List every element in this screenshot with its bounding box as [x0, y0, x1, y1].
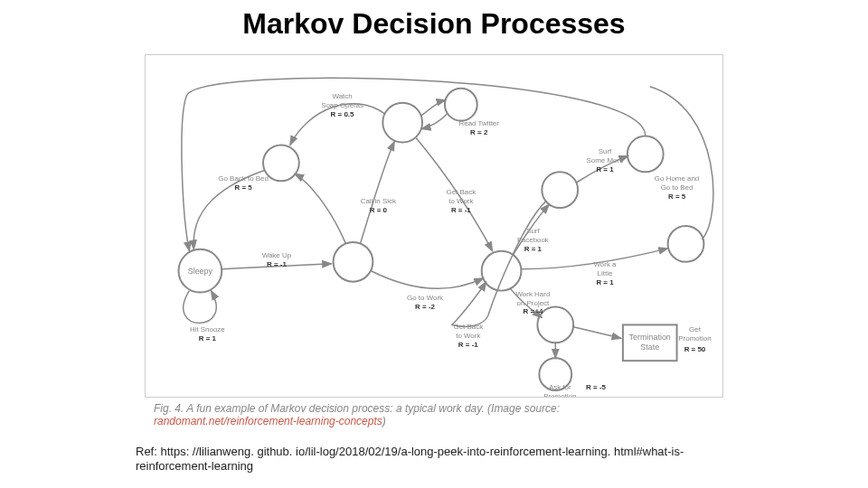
- figure-caption: Fig. 4. A fun example of Markov decision…: [154, 402, 560, 427]
- reference-text: Ref: https: //lilianweng. github. io/lil…: [136, 445, 741, 474]
- termination-label1: Termination: [629, 333, 671, 342]
- edge-hit-snooze: [184, 291, 216, 324]
- edge-go-home-label1: Go Home and: [655, 174, 699, 183]
- edge-surf-fb-label1: Surf: [526, 227, 540, 235]
- edge-work-little-label2: Little: [598, 269, 613, 277]
- edge-surfmore-loop: [182, 78, 646, 251]
- edge-wake-up-label: Wake Up: [262, 251, 292, 259]
- edge-ask-promo-r: R = -5: [586, 383, 606, 391]
- node-sleepy-label: Sleepy: [188, 267, 213, 276]
- edge-soap-label2: Soap Operas: [321, 101, 363, 109]
- edge-twitter-out: [420, 100, 446, 117]
- edge-surf-fb-r: R = 1: [524, 245, 542, 253]
- edge-getback2-r: R = -1: [458, 341, 478, 349]
- edge-go-back-bed-label: Go Back to Bed: [218, 174, 269, 183]
- edge-go-home-r: R = 5: [668, 192, 686, 201]
- edge-twitter-back: [421, 114, 448, 129]
- edge-soap-r: R = 0.5: [331, 110, 354, 118]
- node-surfmore: [627, 136, 664, 173]
- edge-go-home-label2: Go to Bed: [661, 183, 693, 192]
- edge-getback1-label1: Get Back: [447, 188, 476, 196]
- node-project: [537, 307, 573, 343]
- edge-ask-promo-label1: Ask for: [549, 383, 571, 391]
- node-media: [382, 103, 422, 143]
- edge-wake-up-r: R = -1: [267, 260, 287, 268]
- edge-hit-snooze-r: R = 1: [199, 334, 217, 343]
- edge-get-promo-label2: Promotion: [678, 334, 711, 343]
- node-surf: [542, 172, 578, 208]
- edge-call-sick: [360, 141, 394, 243]
- node-media2: [445, 89, 477, 121]
- edge-getback2-label2: to Work: [456, 332, 480, 340]
- caption-suffix: ): [382, 415, 386, 427]
- slide-title: Markov Decision Processes: [0, 7, 868, 41]
- caption-source-link: randomant.net/reinforcement-learning-con…: [154, 415, 382, 427]
- node-home: [668, 226, 704, 262]
- edge-getback1-label2: to Work: [448, 197, 473, 205]
- node-awake: [334, 242, 373, 282]
- edge-twitter-label: Read Twitter: [459, 119, 500, 127]
- edge-get-promo: [572, 326, 621, 338]
- edge-getback2-label1: Get Back: [453, 323, 483, 331]
- edge-surf-more-label2: Some More: [586, 156, 624, 164]
- edge-surf-more-r: R = 1: [596, 165, 614, 174]
- edge-twitter-r: R = 2: [470, 128, 488, 136]
- edge-work-hard-r: R = -4: [523, 307, 542, 315]
- edge-go-work: [371, 271, 483, 289]
- edge-get-promo-label1: Get: [689, 325, 702, 333]
- edge-awake-bed: [295, 174, 346, 244]
- edge-work-little-r: R = 1: [596, 278, 614, 286]
- edge-go-back-bed-r: R = 5: [235, 183, 253, 192]
- edge-work-hard-label1: Work Hard: [516, 290, 551, 298]
- caption-prefix: Fig. 4. A fun example of Markov decision…: [154, 402, 560, 415]
- edge-get-promo-r: R = 50: [684, 345, 706, 353]
- edge-call-sick-r: R = 0: [370, 206, 388, 214]
- edge-surf-more-label1: Surf: [599, 147, 612, 155]
- edge-go-work-label: Go to Work: [407, 294, 443, 302]
- edge-getback1-r: R = -1: [451, 206, 471, 214]
- edge-call-sick-label: Call in Sick: [361, 197, 396, 205]
- mdp-diagram: Sleepy Termination State Hit Snooze R = …: [145, 54, 723, 398]
- edge-soap-label1: Watch: [332, 92, 352, 100]
- edge-go-work-r: R = -2: [415, 303, 435, 311]
- termination-label2: State: [640, 343, 659, 352]
- node-bed: [263, 145, 299, 181]
- edge-hit-snooze-label: Hit Snooze: [190, 325, 225, 333]
- edge-ask-promo-label2: Promotion: [543, 392, 576, 397]
- edge-work-hard-label2: on Project: [517, 299, 551, 307]
- edge-work-little-label1: Work a: [594, 260, 618, 268]
- node-work: [482, 251, 522, 291]
